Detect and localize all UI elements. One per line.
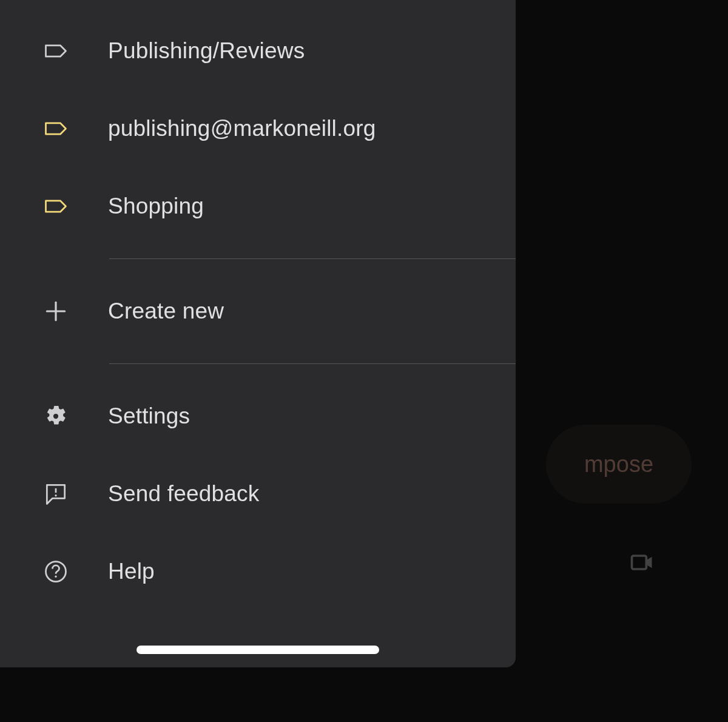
video-icon xyxy=(629,549,655,576)
video-call-tab[interactable] xyxy=(629,549,655,578)
label-publishing-reviews[interactable]: Publishing/Reviews xyxy=(0,12,516,90)
help-icon xyxy=(41,557,70,586)
svg-point-4 xyxy=(55,494,56,496)
label-icon xyxy=(41,192,70,221)
plus-icon xyxy=(41,297,70,326)
create-new-label[interactable]: Create new xyxy=(0,272,516,350)
sidebar-item-label: Publishing/Reviews xyxy=(108,38,305,64)
label-publishing-email[interactable]: publishing@markoneill.org xyxy=(0,90,516,167)
home-indicator[interactable] xyxy=(136,646,379,654)
compose-label: mpose xyxy=(584,451,653,477)
label-icon xyxy=(41,114,70,143)
sidebar-item-label: Settings xyxy=(108,403,190,429)
label-shopping[interactable]: Shopping xyxy=(0,167,516,245)
sidebar-item-label: Send feedback xyxy=(108,481,259,507)
sidebar-item-label: Help xyxy=(108,559,155,584)
gear-icon xyxy=(41,402,70,431)
svg-point-6 xyxy=(55,576,56,578)
compose-button[interactable]: mpose xyxy=(546,425,692,504)
sidebar-item-label: publishing@markoneill.org xyxy=(108,116,376,141)
help-item[interactable]: Help xyxy=(0,533,516,610)
divider xyxy=(109,363,516,364)
sidebar-item-label: Create new xyxy=(108,299,224,324)
sidebar-item-label: Shopping xyxy=(108,194,204,219)
feedback-icon xyxy=(41,479,70,508)
label-icon xyxy=(41,36,70,66)
svg-rect-0 xyxy=(632,556,647,569)
send-feedback-item[interactable]: Send feedback xyxy=(0,455,516,533)
divider xyxy=(109,258,516,259)
navigation-drawer: Publishing/Reviews publishing@markoneill… xyxy=(0,0,516,667)
settings-item[interactable]: Settings xyxy=(0,377,516,455)
